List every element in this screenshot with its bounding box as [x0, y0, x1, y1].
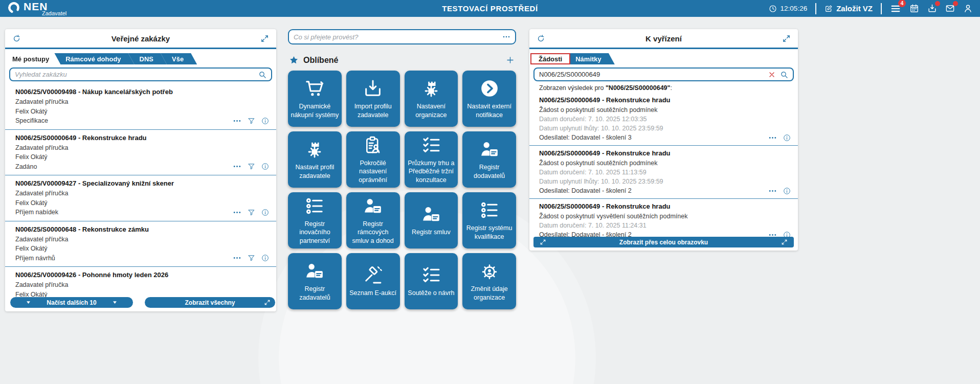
- fullscreen-button[interactable]: Zobrazit přes celou obrazovku: [533, 237, 794, 247]
- favorite-tile[interactable]: Seznam E-aukcí: [346, 253, 400, 309]
- contract-title: N006/25/V00009426 - Pohonné hmoty leden …: [15, 271, 269, 279]
- expand-icon: [264, 299, 271, 306]
- contract-owner: Felix Okátý: [15, 107, 269, 117]
- contract-list-item[interactable]: N006/25/S00000649 - Rekonstrukce hradu Z…: [5, 129, 276, 175]
- tab[interactable]: Vše: [161, 53, 197, 64]
- list-icon: [304, 196, 325, 216]
- header-rule: [5, 48, 276, 49]
- search-icon[interactable]: [780, 71, 788, 79]
- menu-badge: 4: [898, 0, 906, 7]
- more-actions-icon[interactable]: [768, 187, 777, 195]
- search-result-info: Zobrazen výsledek pro "N006/25/S00000649…: [529, 81, 798, 93]
- request-list-item[interactable]: N006/25/S00000649 - Rekonstrukce hradu Ž…: [529, 145, 798, 198]
- filter-icon[interactable]: [248, 163, 255, 170]
- favorite-tile[interactable]: Registr smluv: [405, 192, 458, 249]
- favorite-tile[interactable]: Soutěže o návrh: [405, 253, 458, 309]
- topbar-divider: [815, 3, 816, 14]
- tab[interactable]: Žádosti: [530, 53, 570, 64]
- info-icon[interactable]: [783, 134, 791, 142]
- clipboard-person-icon: [363, 135, 383, 155]
- expand-icon[interactable]: [260, 34, 269, 43]
- header-rule: [529, 48, 798, 49]
- clock-icon: [769, 5, 777, 13]
- request-sender: Odesílatel: Dodavatel - školení 3: [539, 133, 632, 142]
- messages-button[interactable]: [945, 4, 955, 13]
- messages-notification-dot: [953, 1, 958, 6]
- clear-search-icon[interactable]: [768, 71, 776, 79]
- command-search-input[interactable]: [294, 33, 498, 41]
- search-result-query: "N006/25/S00000649": [606, 84, 671, 92]
- info-icon[interactable]: [261, 117, 269, 125]
- expand-icon[interactable]: [782, 34, 791, 43]
- contract-list-item[interactable]: N006/25/S00000648 - Rekonstrukce zámku Z…: [5, 221, 276, 267]
- filter-icon[interactable]: [248, 209, 255, 216]
- tile-label: Registr dodavatelů: [465, 163, 514, 180]
- info-icon[interactable]: [261, 163, 269, 170]
- favorite-tile[interactable]: Registr rámcových smluv a dohod: [346, 192, 400, 249]
- app-logo[interactable]: NEN Zadavatel: [7, 1, 66, 16]
- request-list-item[interactable]: N006/25/S00000649 - Rekonstrukce hradu Ž…: [529, 93, 798, 145]
- contract-list-item[interactable]: N006/25/V00009427 - Specializovaný knižn…: [5, 175, 276, 221]
- more-actions-icon[interactable]: [233, 117, 241, 125]
- favorite-tile[interactable]: Registr dodavatelů: [462, 131, 516, 188]
- requests-search-input[interactable]: [539, 71, 764, 78]
- load-more-label: Načíst dalších 10: [47, 299, 96, 306]
- tab[interactable]: Námitky: [564, 53, 615, 64]
- requests-searchbox: [533, 67, 794, 81]
- more-options-icon[interactable]: [502, 33, 510, 41]
- create-vz-button[interactable]: Založit VZ: [825, 4, 873, 13]
- show-all-button[interactable]: Zobrazit všechny: [145, 297, 275, 308]
- tile-label: Soutěže o návrh: [408, 289, 454, 297]
- more-actions-icon[interactable]: [233, 254, 241, 262]
- refresh-icon[interactable]: [537, 34, 545, 43]
- favorite-tile[interactable]: Nastavení organizace: [405, 71, 458, 127]
- more-actions-icon[interactable]: [768, 133, 777, 142]
- filter-icon[interactable]: [248, 254, 255, 262]
- contract-title: N006/25/V00009427 - Specializovaný knižn…: [15, 179, 269, 187]
- favorite-tile[interactable]: Průzkumy trhu a Předběžné tržní konzulta…: [405, 131, 458, 188]
- user-icon: [963, 4, 973, 13]
- favorite-tile[interactable]: Dynamické nákupní systémy: [288, 71, 342, 127]
- main-menu-button[interactable]: 4: [890, 3, 901, 14]
- clock-display: 12:05:26: [769, 5, 808, 13]
- requests-list: N006/25/S00000649 - Rekonstrukce hradu Ž…: [529, 93, 798, 242]
- request-subject: Žádost o poskytnutí soutěžních podmínek: [539, 105, 791, 115]
- add-favorite-button[interactable]: [505, 55, 515, 65]
- favorite-tile[interactable]: Registr inovačního partnerství: [288, 192, 342, 249]
- filter-icon[interactable]: [248, 117, 255, 125]
- favorite-tile[interactable]: Změnit údaje organizace: [462, 253, 516, 309]
- contract-title: N006/25/V00009498 - Nákup kancelářských …: [15, 88, 269, 96]
- favorite-tile[interactable]: Registr systému kvalifikace: [462, 192, 516, 249]
- refresh-icon[interactable]: [12, 34, 21, 43]
- expand-icon: [781, 239, 788, 245]
- contract-status: Příjem nabídek: [15, 208, 58, 217]
- person-card-icon: [479, 139, 500, 160]
- load-more-button[interactable]: Načíst dalších 10: [10, 297, 133, 308]
- favorite-tile[interactable]: Pokročilé nastavení oprávnění: [346, 131, 400, 188]
- tab[interactable]: Mé postupy: [6, 53, 60, 64]
- tab[interactable]: Rámcové dohody: [54, 53, 134, 64]
- info-icon[interactable]: [261, 254, 269, 262]
- info-icon[interactable]: [783, 187, 791, 195]
- favorite-tile[interactable]: Nastavit profil zadavatele: [288, 131, 342, 188]
- calendar-button[interactable]: [909, 4, 919, 13]
- contract-status: Specifikace: [15, 116, 48, 126]
- tab[interactable]: DNS: [128, 53, 167, 64]
- tile-label: Nastavit externí notifikace: [465, 102, 514, 119]
- contract-status: Zadáno: [15, 162, 37, 172]
- info-icon[interactable]: [261, 209, 269, 216]
- contracts-search-input[interactable]: [15, 71, 254, 78]
- favorite-tile[interactable]: Nastavit externí notifikace: [462, 71, 516, 127]
- request-list-item[interactable]: N006/25/S00000649 - Rekonstrukce hradu Ž…: [529, 198, 798, 242]
- contract-list-item[interactable]: N006/25/V00009498 - Nákup kancelářských …: [5, 84, 276, 129]
- more-actions-icon[interactable]: [233, 208, 241, 217]
- favorite-tile[interactable]: Registr zadavatelů: [288, 253, 342, 309]
- more-actions-icon[interactable]: [233, 162, 241, 171]
- favorites-grid: Dynamické nákupní systémy Import profilu…: [288, 71, 516, 309]
- tile-label: Pokročilé nastavení oprávnění: [349, 159, 397, 184]
- favorite-tile[interactable]: Import profilu zadavatele: [346, 71, 400, 127]
- profile-button[interactable]: [963, 4, 973, 13]
- downloads-button[interactable]: [927, 4, 937, 13]
- search-icon[interactable]: [258, 71, 266, 79]
- tile-label: Import profilu zadavatele: [349, 102, 397, 119]
